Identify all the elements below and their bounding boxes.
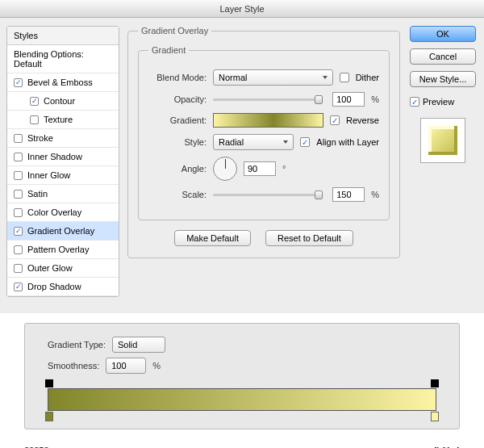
style-label: Inner Glow [27,170,70,180]
style-row-drop-shadow[interactable]: Drop Shadow [7,278,119,296]
style-row-gradient-overlay[interactable]: Gradient Overlay [7,222,119,241]
blending-options-row[interactable]: Blending Options: Default [7,45,119,73]
style-row-inner-glow[interactable]: Inner Glow [7,166,119,185]
label-gradient-type: Gradient Type: [48,340,106,350]
checkbox-satin[interactable] [14,190,23,199]
style-row-bevel-emboss[interactable]: Bevel & Emboss [7,73,119,92]
align-checkbox[interactable] [300,137,310,147]
opacity-stop-right[interactable] [431,379,439,387]
style-select[interactable]: Radial [213,134,294,150]
preview-swatch [420,118,465,163]
style-label: Drop Shadow [27,282,81,291]
group-legend: Gradient Overlay [138,26,211,36]
checkbox-inner-glow[interactable] [14,171,23,180]
label-scale: Scale: [148,190,207,199]
angle-row: Angle: ° [148,157,379,181]
unit-degree: ° [282,164,286,174]
style-row-outer-glow[interactable]: Outer Glow [7,259,119,278]
dither-checkbox[interactable] [340,73,349,82]
default-buttons: Make Default Reset to Default [138,230,390,246]
preview-row: Preview [408,97,454,107]
checkbox-stroke[interactable] [14,134,23,143]
style-label: Pattern Overlay [27,245,89,254]
styles-header[interactable]: Styles [7,27,119,45]
label-smoothness: Smoothness: [48,361,99,371]
label-reverse: Reverse [346,115,379,125]
style-row-pattern-overlay[interactable]: Pattern Overlay [7,241,119,259]
cancel-button[interactable]: Cancel [410,48,476,65]
opacity-input[interactable] [332,92,365,107]
preview-bevel-icon [428,126,457,155]
window-title: Layer Style [0,0,484,18]
style-label: Inner Shadow [27,152,82,161]
label-gradient: Gradient: [148,115,207,125]
style-row-color-overlay[interactable]: Color Overlay [7,203,119,222]
style-label: Bevel & Emboss [27,77,93,87]
color-stop-left[interactable] [45,412,53,421]
style-row-texture[interactable]: Texture [7,111,119,129]
scale-slider[interactable] [213,194,323,196]
label-angle: Angle: [148,164,207,174]
reverse-checkbox[interactable] [330,115,340,125]
checkbox-contour[interactable] [30,97,39,106]
style-label: Stroke [27,133,53,143]
style-label: Contour [44,96,75,106]
slider-thumb[interactable] [315,191,323,199]
slider-thumb[interactable] [315,95,323,104]
gradient-overlay-group: Gradient Overlay Gradient Blend Mode: No… [127,26,400,258]
blend-mode-row: Blend Mode: Normal Dither [148,69,379,86]
style-label: Outer Glow [27,263,73,273]
scale-input[interactable] [332,187,365,202]
gradient-bar[interactable] [48,388,436,411]
gradient-type-row: Gradient Type: Solid [48,337,436,353]
dialog-body: Styles Blending Options: Default Bevel &… [0,18,484,297]
style-row-stroke[interactable]: Stroke [7,129,119,148]
checkbox-outer-glow[interactable] [14,264,23,273]
checkbox-bevel[interactable] [14,78,23,87]
new-style-button[interactable]: New Style... [410,71,476,87]
unit-percent: % [371,190,379,199]
preview-checkbox[interactable] [410,97,419,107]
color-stop-right[interactable] [431,412,439,421]
style-row: Style: Radial Align with Layer [148,134,379,150]
right-panel: OK Cancel New Style... Preview [408,26,478,297]
style-row-contour[interactable]: Contour [7,92,119,111]
checkbox-texture[interactable] [30,115,39,124]
style-row-inner-shadow[interactable]: Inner Shadow [7,148,119,166]
checkbox-drop-shadow[interactable] [14,283,23,291]
opacity-slider[interactable] [213,98,323,101]
opacity-row: Opacity: % [148,92,379,107]
label-align: Align with Layer [316,137,379,147]
settings-center: Gradient Overlay Gradient Blend Mode: No… [127,26,400,297]
gradient-editor-section: Gradient Type: Solid Smoothness: 100 % 8… [0,313,484,448]
label-opacity: Opacity: [148,94,207,104]
inner-legend: Gradient [148,45,189,55]
chevron-down-icon [323,76,328,79]
gradient-swatch[interactable] [213,113,323,128]
gradient-row: Gradient: Reverse [148,113,379,128]
checkbox-color-overlay[interactable] [14,208,23,217]
ok-button[interactable]: OK [410,26,476,42]
styles-panel: Styles Blending Options: Default Bevel &… [6,26,119,297]
style-label: Color Overlay [27,207,81,217]
gradient-editor: Gradient Type: Solid Smoothness: 100 % [24,323,460,429]
style-row-satin[interactable]: Satin [7,185,119,203]
opacity-stop-left[interactable] [45,379,53,387]
angle-dial[interactable] [213,157,237,181]
angle-input[interactable] [244,161,276,176]
gradient-type-select[interactable]: Solid [112,337,165,353]
checkbox-gradient-overlay[interactable] [14,227,23,236]
style-label: Gradient Overlay [27,226,94,236]
label-dither: Dither [356,73,379,82]
unit-percent: % [152,361,161,371]
blend-mode-select[interactable]: Normal [213,69,333,86]
checkbox-pattern-overlay[interactable] [14,245,23,254]
layer-style-dialog: Layer Style Styles Blending Options: Def… [0,0,484,313]
reset-default-button[interactable]: Reset to Default [265,230,353,246]
checkbox-inner-shadow[interactable] [14,153,23,161]
gradient-group: Gradient Blend Mode: Normal Dither Opaci… [138,45,390,220]
make-default-button[interactable]: Make Default [174,230,251,246]
smoothness-select[interactable]: 100 [106,358,146,374]
unit-percent: % [371,94,379,104]
label-blend-mode: Blend Mode: [148,73,207,82]
